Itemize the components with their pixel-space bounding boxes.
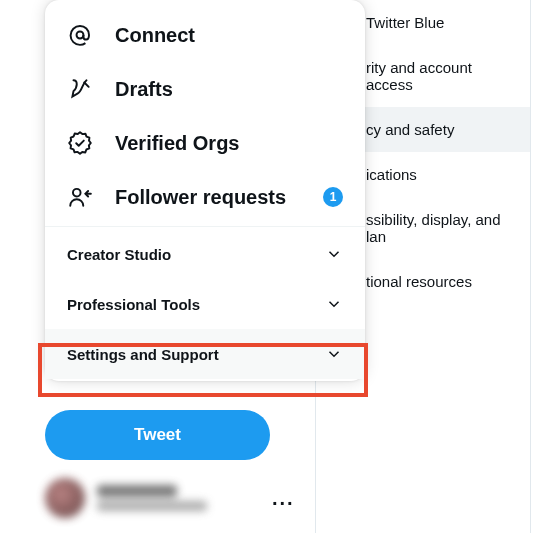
menu-item-label: Verified Orgs	[115, 132, 240, 155]
expand-item-label: Creator Studio	[67, 246, 171, 263]
menu-item-drafts[interactable]: Drafts	[45, 62, 365, 116]
menu-item-follower-requests[interactable]: Follower requests 1	[45, 170, 365, 224]
column-divider-right	[530, 0, 531, 533]
menu-item-verified-orgs[interactable]: Verified Orgs	[45, 116, 365, 170]
menu-item-label: Connect	[115, 24, 195, 47]
profile-text	[97, 485, 295, 511]
svg-point-1	[73, 189, 81, 197]
follower-requests-icon	[67, 184, 93, 210]
expand-settings-support[interactable]: Settings and Support	[45, 329, 365, 379]
more-icon[interactable]: ···	[272, 492, 295, 515]
tweet-button[interactable]: Tweet	[45, 410, 270, 460]
menu-divider	[45, 226, 365, 227]
account-switcher[interactable]	[45, 478, 295, 518]
verified-icon	[67, 130, 93, 156]
menu-item-label: Follower requests	[115, 186, 286, 209]
follower-requests-badge: 1	[323, 187, 343, 207]
avatar	[45, 478, 85, 518]
more-menu-popup: Connect Drafts Verified Orgs	[45, 0, 365, 381]
drafts-icon	[67, 76, 93, 102]
expand-item-label: Settings and Support	[67, 346, 219, 363]
at-icon	[67, 22, 93, 48]
menu-item-connect[interactable]: Connect	[45, 8, 365, 62]
expand-item-label: Professional Tools	[67, 296, 200, 313]
profile-name-blurred	[97, 485, 177, 497]
menu-item-label: Drafts	[115, 78, 173, 101]
expand-professional-tools[interactable]: Professional Tools	[45, 279, 365, 329]
chevron-down-icon	[325, 295, 343, 313]
chevron-down-icon	[325, 245, 343, 263]
chevron-down-icon	[325, 345, 343, 363]
profile-handle-blurred	[97, 501, 207, 511]
expand-creator-studio[interactable]: Creator Studio	[45, 229, 365, 279]
svg-point-0	[77, 32, 84, 39]
